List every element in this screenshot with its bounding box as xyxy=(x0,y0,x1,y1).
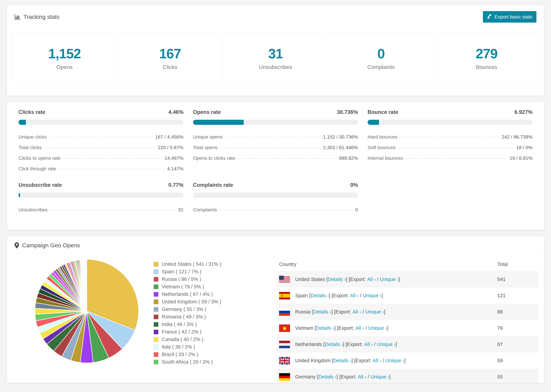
legend-swatch xyxy=(154,269,159,274)
table-row-nl: Netherlands [Details ›] [Export: All › /… xyxy=(277,336,538,352)
map-pin-icon xyxy=(14,242,19,249)
rate-row-value: 18 / 0% xyxy=(516,145,532,150)
details-link[interactable]: Details › xyxy=(325,342,343,347)
country-cell: United States [Details ›] [Export: All ›… xyxy=(279,276,497,283)
stat-cell-opens: 1,152Opens xyxy=(12,33,117,83)
bracket: ] xyxy=(329,293,332,298)
dotted-leader xyxy=(58,169,165,169)
table-row-de: Germany [Details ›] [Export: All › / Uni… xyxy=(277,369,538,383)
bracket: ] xyxy=(387,325,388,331)
rate-row-value: 31 xyxy=(178,207,184,213)
legend-swatch xyxy=(154,292,159,297)
bracket: ] xyxy=(337,374,339,380)
legend-label: India ( 46 / 3% ) xyxy=(162,322,197,327)
export-prefix: [Export: xyxy=(339,374,358,380)
country-name: Germany xyxy=(295,374,317,380)
details-link[interactable]: Details › xyxy=(318,374,336,380)
table-row-gb: United Kingdom [Details ›] [Export: All … xyxy=(277,352,538,369)
flag-icon-gb xyxy=(279,357,295,364)
geo-pie-chart[interactable] xyxy=(34,258,140,364)
legend-item: Vietnam ( 79 / 5% ) xyxy=(154,284,239,290)
bracket: [ xyxy=(317,374,318,380)
legend-label: Canada ( 40 / 2% ) xyxy=(162,336,203,342)
dotted-leader xyxy=(219,210,353,210)
legend-item: Italy ( 36 / 2% ) xyxy=(154,344,239,350)
flag-icon-vn xyxy=(279,324,295,332)
country-name: Vietnam xyxy=(295,325,315,331)
slash: / xyxy=(359,293,363,298)
export-unique-link[interactable]: Unique › xyxy=(385,358,404,364)
slash: / xyxy=(376,277,380,282)
rate-row: Unique clicks167 / 4.456% xyxy=(19,132,184,142)
flag-icon-es xyxy=(279,292,295,300)
export-all-link[interactable]: All › xyxy=(358,374,366,380)
geo-table-body: United States [Details ›] [Export: All ›… xyxy=(277,271,538,383)
export-unique-link[interactable]: Unique › xyxy=(365,309,384,315)
legend-item: South Africa ( 29 / 2% ) xyxy=(154,359,239,365)
export-all-link[interactable]: All › xyxy=(350,293,359,298)
export-unique-link[interactable]: Unique › xyxy=(363,293,381,298)
export-all-link[interactable]: All › xyxy=(364,342,373,347)
rate-row-label: Soft bounces xyxy=(367,145,396,150)
stat-value: 279 xyxy=(436,47,537,61)
rate-row-label: Unsubscribes xyxy=(19,207,48,213)
rate-progress-fill xyxy=(193,120,244,125)
total-value: 541 xyxy=(497,277,538,282)
rate-row-value: 242 / 86.738% xyxy=(502,134,532,140)
export-all-link[interactable]: All › xyxy=(353,309,361,315)
export-all-link[interactable]: All › xyxy=(367,277,376,282)
bracket: ] xyxy=(399,277,400,282)
rate-row: Unique opens1,152 / 30.736% xyxy=(193,132,358,142)
tracking-stats-header: Tracking stats Export basic stats xyxy=(7,5,544,27)
export-unique-link[interactable]: Unique › xyxy=(380,277,399,282)
bracket: [ xyxy=(326,277,328,282)
page-title: Tracking stats xyxy=(23,14,59,20)
export-unique-link[interactable]: Unique › xyxy=(368,325,387,331)
rate-row-label: Hard bounces xyxy=(367,134,397,140)
legend-item: Brazil ( 33 / 2% ) xyxy=(154,352,239,357)
export-unique-link[interactable]: Unique › xyxy=(377,342,396,347)
legend-label: Romania ( 49 / 3% ) xyxy=(162,314,206,320)
export-prefix: [Export: xyxy=(349,277,367,282)
bracket: ] xyxy=(343,342,346,347)
details-link[interactable]: Details › xyxy=(333,358,351,364)
rate-title: Bounce rate xyxy=(367,109,398,115)
rate-panel-head: Unsubscribe rate0.77% xyxy=(19,182,184,188)
legend-item: Romania ( 49 / 3% ) xyxy=(154,314,239,320)
rate-progress-fill xyxy=(367,120,379,125)
geo-table: Country Total United States [Details ›] … xyxy=(277,259,538,383)
stat-label: Complaints xyxy=(330,64,432,70)
legend-swatch xyxy=(154,307,159,312)
rate-progress-fill xyxy=(19,120,26,125)
rate-progress-bar xyxy=(193,120,358,125)
details-link[interactable]: Details › xyxy=(313,309,331,315)
export-basic-stats-button[interactable]: Export basic stats xyxy=(483,11,537,23)
details-link[interactable]: Details › xyxy=(328,277,346,282)
export-all-link[interactable]: All › xyxy=(355,325,364,331)
rate-row: Total opens2,303 / 61.446% xyxy=(193,142,358,153)
rate-row: Total clicks220 / 5.87% xyxy=(19,142,184,153)
export-all-link[interactable]: All › xyxy=(373,358,381,364)
bar-chart-icon xyxy=(14,14,20,20)
stat-cell-unsubscribes: 31Unsubscribes xyxy=(223,33,328,83)
stat-label: Unsubscribes xyxy=(225,64,326,70)
stat-cell-clicks: 167Clicks xyxy=(117,33,223,83)
details-link[interactable]: Details › xyxy=(316,325,334,331)
legend-swatch xyxy=(154,277,159,282)
rate-row-label: Unique clicks xyxy=(19,134,47,140)
bracket: ] xyxy=(389,374,391,380)
export-unique-link[interactable]: Unique › xyxy=(370,374,389,380)
rate-rows: Unique clicks167 / 4.456%Total clicks220… xyxy=(19,132,184,174)
legend-swatch xyxy=(154,262,159,267)
details-link[interactable]: Details › xyxy=(311,293,329,298)
stat-cell-complaints: 0Complaints xyxy=(328,33,434,83)
rate-progress-fill xyxy=(19,193,20,198)
country-name: United Kingdom xyxy=(295,358,332,364)
legend-swatch xyxy=(154,314,159,320)
rate-row: Hard bounces242 / 86.738% xyxy=(367,132,532,142)
rate-progress-bar xyxy=(367,120,532,125)
legend-label: France ( 42 / 2% ) xyxy=(162,329,201,335)
dotted-leader xyxy=(50,210,176,210)
bracket: [ xyxy=(315,325,316,331)
geo-header: Campaign Geo Opens xyxy=(7,236,544,253)
